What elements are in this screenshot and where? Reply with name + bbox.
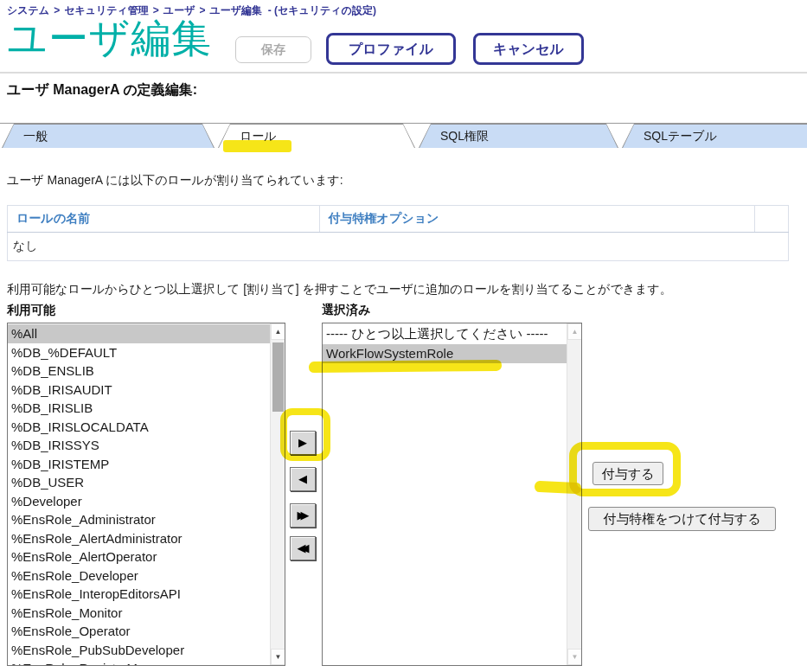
selected-roles-listbox[interactable]: ----- ひとつ以上選択してください ----- WorkFlowSystem… [322, 323, 582, 666]
list-item[interactable]: %All [8, 324, 270, 343]
list-item[interactable]: %DB_IRISSYS [8, 436, 270, 455]
move-all-right-button[interactable]: ▶▶ [290, 503, 316, 528]
list-item[interactable]: %EnsRole_PubSubDeveloper [8, 641, 270, 660]
tab-label: 一般 [23, 129, 48, 144]
breadcrumb-link-security-management[interactable]: セキュリティ管理 [64, 4, 149, 16]
breadcrumb-context: - (セキュリティの設定) [268, 4, 376, 16]
list-item[interactable]: %EnsRole_AlertAdministrator [8, 529, 270, 548]
move-left-button[interactable]: ◀ [290, 467, 316, 491]
assign-button[interactable]: 付与する [592, 462, 663, 485]
list-item[interactable]: %EnsRole_RegistryManager [8, 659, 270, 665]
profile-button[interactable]: プロファイル [326, 33, 456, 65]
arrow-right-icon: ▶ [298, 436, 307, 449]
list-item[interactable]: %DB_IRISAUDIT [8, 381, 270, 400]
tab-bar: 一般 ロール SQL権限 SQLテーブル [0, 123, 807, 148]
list-item[interactable]: %DB_IRISLIB [8, 399, 270, 418]
assign-instruction: 利用可能なロールからひとつ以上選択して [割り当て] を押すことでユーザに追加の… [7, 282, 672, 298]
column-header-role-name[interactable]: ロールの名前 [8, 206, 320, 233]
column-header-empty [755, 206, 789, 233]
list-item[interactable]: %EnsRole_Monitor [8, 604, 270, 623]
assign-with-grant-button[interactable]: 付与特権をつけて付与する [588, 507, 776, 531]
empty-roles-cell: なし [8, 233, 789, 261]
tab-sql-tables[interactable]: SQLテーブル [622, 124, 807, 148]
breadcrumb-separator: > [54, 4, 60, 16]
available-roles-items: %All %DB_%DEFAULT %DB_ENSLIB %DB_IRISAUD… [8, 324, 270, 665]
table-header-row: ロールの名前 付与特権オプション [8, 206, 789, 233]
save-button[interactable]: 保存 [235, 36, 311, 63]
selected-scrollbar[interactable]: ▲ ▼ [567, 323, 581, 665]
tab-roles[interactable]: ロール [218, 124, 415, 148]
selected-list-label: 選択済み [322, 303, 370, 318]
list-item-workflowsystemrole[interactable]: WorkFlowSystemRole [323, 344, 567, 364]
selected-roles-items: ----- ひとつ以上選択してください ----- WorkFlowSystem… [323, 324, 567, 665]
edit-user-heading: ユーザ ManagerA の定義編集: [7, 81, 197, 99]
list-item[interactable]: %EnsRole_InteropEditorsAPI [8, 585, 270, 604]
assigned-roles-table: ロールの名前 付与特権オプション なし [7, 205, 789, 261]
scroll-up-icon[interactable]: ▲ [271, 323, 285, 340]
available-roles-listbox[interactable]: %All %DB_%DEFAULT %DB_ENSLIB %DB_IRISAUD… [7, 323, 285, 666]
user-edit-page: システム>セキュリティ管理>ユーザ>ユーザ編集 - (セキュリティの設定) ユー… [0, 0, 807, 672]
breadcrumb-separator: > [153, 4, 159, 16]
assigned-roles-intro: ユーザ ManagerA には以下のロールが割り当てられています: [7, 173, 343, 189]
list-item[interactable]: %EnsRole_Administrator [8, 510, 270, 529]
scroll-up-icon[interactable]: ▲ [567, 323, 582, 340]
scrollbar-thumb[interactable] [272, 342, 284, 412]
breadcrumb-separator: > [199, 4, 205, 16]
list-item[interactable]: %DB_USER [8, 473, 270, 492]
breadcrumb-link-users[interactable]: ユーザ [163, 4, 195, 16]
move-right-button[interactable]: ▶ [290, 431, 316, 455]
available-scrollbar[interactable]: ▲ ▼ [270, 323, 285, 665]
list-item-placeholder[interactable]: ----- ひとつ以上選択してください ----- [323, 324, 567, 344]
cancel-button[interactable]: キャンセル [473, 33, 584, 65]
double-arrow-right-icon: ▶▶ [298, 504, 304, 527]
column-header-grant-option[interactable]: 付与特権オプション [319, 206, 754, 233]
available-list-label: 利用可能 [7, 303, 55, 318]
list-item[interactable]: %EnsRole_AlertOperator [8, 547, 270, 566]
list-item[interactable]: %EnsRole_Operator [8, 622, 270, 641]
breadcrumb-link-system[interactable]: システム [7, 4, 49, 16]
list-item[interactable]: %DB_%DEFAULT [8, 343, 270, 362]
arrow-left-icon: ◀ [298, 472, 307, 485]
tab-label: ロール [240, 129, 277, 144]
list-item[interactable]: %DB_IRISTEMP [8, 455, 270, 474]
header-divider [0, 72, 807, 74]
list-item[interactable]: %EnsRole_Developer [8, 566, 270, 586]
list-item[interactable]: %Developer [8, 492, 270, 511]
move-all-left-button[interactable]: ◀◀ [290, 536, 316, 560]
tab-general[interactable]: 一般 [2, 124, 215, 148]
double-arrow-left-icon: ◀◀ [298, 537, 304, 560]
tab-label: SQL権限 [440, 129, 489, 144]
list-item[interactable]: %DB_ENSLIB [8, 362, 270, 381]
list-item[interactable]: %DB_IRISLOCALDATA [8, 418, 270, 437]
scroll-down-icon[interactable]: ▼ [271, 649, 285, 665]
table-row: なし [8, 233, 789, 261]
breadcrumb-link-user-edit[interactable]: ユーザ編集 [209, 4, 262, 16]
tab-label: SQLテーブル [644, 129, 717, 144]
tab-sql-privileges[interactable]: SQL権限 [419, 124, 618, 148]
scroll-down-icon[interactable]: ▼ [567, 649, 582, 665]
page-title: ユーザ編集 [7, 16, 212, 61]
